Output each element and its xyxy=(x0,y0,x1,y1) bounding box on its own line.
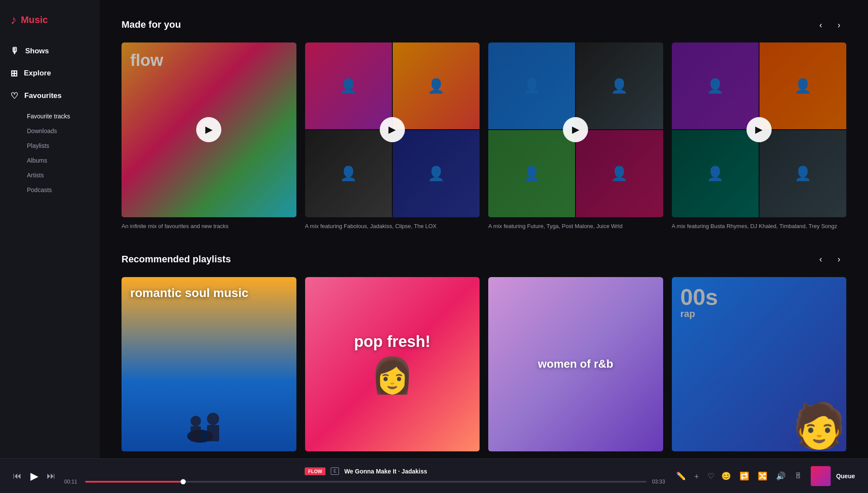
card-flow[interactable]: flow ▶ An infinite mix of favourites and… xyxy=(122,42,296,230)
player-track-info: FLOW E We Gonna Make It · Jadakiss xyxy=(305,467,427,475)
main-content: Made for you ‹ › flow ▶ xyxy=(100,0,868,458)
player-progress-thumb xyxy=(181,479,186,484)
music-logo-icon: ♪ xyxy=(10,13,16,27)
explore-icon: ⊞ xyxy=(10,68,18,78)
card-mix3-image: 👤 👤 👤 👤 ▶ xyxy=(672,42,847,217)
mix1-play-overlay: ▶ xyxy=(305,42,480,217)
made-for-you-next-button[interactable]: › xyxy=(832,17,846,32)
card-rap-00s-image: 00s rap 🧑 ▶ xyxy=(672,277,847,452)
player-time-current: 00:11 xyxy=(64,479,80,485)
sidebar-item-shows-label: Shows xyxy=(25,47,49,56)
player-progress-bar-container: 00:11 03:33 xyxy=(64,479,667,485)
card-women-rnb-image: women of r&b ▶ xyxy=(488,277,663,452)
sidebar-logo-text: Music xyxy=(21,14,48,26)
player-right: 🔁 🔀 🔊 🎚 Queue xyxy=(740,466,855,486)
made-for-you-prev-button[interactable]: ‹ xyxy=(813,17,828,32)
player-bar: ⏮ ▶ ⏭ FLOW E We Gonna Make It · Jadakiss… xyxy=(0,458,868,493)
card-mix2[interactable]: 👤 👤 👤 👤 ▶ A mix featuring Future, Tyga, … xyxy=(488,42,663,230)
card-mix1[interactable]: 👤 👤 👤 👤 ▶ A mix featuring Fabolous, Jada… xyxy=(305,42,480,230)
sidebar-sub-playlists[interactable]: Playlists xyxy=(0,138,100,153)
sidebar-sub-albums[interactable]: Albums xyxy=(0,153,100,168)
player-volume-button[interactable]: 🔊 xyxy=(776,471,786,481)
mix2-play-button[interactable]: ▶ xyxy=(563,117,588,142)
player-prev-button[interactable]: ⏮ xyxy=(13,471,22,481)
section-recommended-title: Recommended playlists xyxy=(122,254,231,265)
section-recommended-header: Recommended playlists ‹ › xyxy=(122,252,846,267)
sidebar-item-explore[interactable]: ⊞ Explore xyxy=(0,62,100,85)
player-controls: ⏮ ▶ ⏭ xyxy=(13,470,56,482)
player-repeat-button[interactable]: 🔁 xyxy=(740,471,749,481)
player-flow-badge: FLOW xyxy=(305,467,326,475)
section-made-for-you: Made for you ‹ › flow ▶ xyxy=(122,17,846,230)
card-mix3[interactable]: 👤 👤 👤 👤 ▶ A mix featuring Busta Rhymes, … xyxy=(672,42,847,230)
pop-fresh-play-button[interactable]: ▶ xyxy=(380,352,405,377)
women-rnb-play-button[interactable]: ▶ xyxy=(563,352,588,377)
card-rap-00s[interactable]: 00s rap 🧑 ▶ xyxy=(672,277,847,457)
player-equalizer-button[interactable]: 🎚 xyxy=(794,471,802,480)
card-mix1-image: 👤 👤 👤 👤 ▶ xyxy=(305,42,480,217)
player-progress-bar[interactable] xyxy=(85,481,647,483)
sidebar: ♪ Music 🎙 Shows ⊞ Explore ♡ Favourites F… xyxy=(0,0,100,458)
favourites-icon: ♡ xyxy=(10,91,18,101)
player-edit-button[interactable]: ✏️ xyxy=(676,471,686,481)
sidebar-sub-favourite-tracks[interactable]: Favourite tracks xyxy=(0,109,100,124)
player-add-button[interactable]: ＋ xyxy=(693,471,700,481)
queue-thumbnail xyxy=(811,466,831,486)
card-women-rnb[interactable]: women of r&b ▶ xyxy=(488,277,663,457)
mix1-play-button[interactable]: ▶ xyxy=(380,117,405,142)
mix3-play-button[interactable]: ▶ xyxy=(746,117,772,142)
card-pop-fresh[interactable]: pop fresh! 👩 ▶ xyxy=(305,277,480,457)
sidebar-item-explore-label: Explore xyxy=(24,69,51,78)
card-pop-fresh-image: pop fresh! 👩 ▶ xyxy=(305,277,480,452)
card-flow-description: An infinite mix of favourites and new tr… xyxy=(122,222,296,230)
player-time-total: 03:33 xyxy=(652,479,667,485)
card-mix2-description: A mix featuring Future, Tyga, Post Malon… xyxy=(488,222,663,230)
player-queue-area: Queue xyxy=(811,466,855,486)
player-track-name: We Gonna Make It · Jadakiss xyxy=(344,468,427,475)
mix3-play-overlay: ▶ xyxy=(672,42,847,217)
player-progress-fill xyxy=(85,481,181,483)
sidebar-item-favourites-label: Favourites xyxy=(24,91,62,100)
recommended-prev-button[interactable]: ‹ xyxy=(813,252,828,267)
sidebar-sub-items: Favourite tracks Downloads Playlists Alb… xyxy=(0,109,100,197)
card-romantic-soul[interactable]: romantic soul music xyxy=(122,277,296,457)
recommended-next-button[interactable]: › xyxy=(832,252,846,267)
sidebar-sub-artists[interactable]: Artists xyxy=(0,168,100,183)
player-progress-area: FLOW E We Gonna Make It · Jadakiss 00:11… xyxy=(64,467,667,485)
player-next-button[interactable]: ⏭ xyxy=(47,471,56,481)
section-made-for-you-nav: ‹ › xyxy=(813,17,846,32)
section-recommended-nav: ‹ › xyxy=(813,252,846,267)
player-shuffle-button[interactable]: 🔀 xyxy=(758,471,767,481)
player-actions: ✏️ ＋ ♡ 😊 xyxy=(676,471,731,481)
flow-play-overlay: ▶ xyxy=(122,42,296,217)
player-like-button[interactable]: ♡ xyxy=(707,471,714,481)
card-flow-image: flow ▶ xyxy=(122,42,296,217)
shows-icon: 🎙 xyxy=(10,46,19,56)
mix2-play-overlay: ▶ xyxy=(488,42,663,217)
rap-play-button[interactable]: ▶ xyxy=(746,352,772,377)
section-made-for-you-header: Made for you ‹ › xyxy=(122,17,846,32)
queue-label: Queue xyxy=(836,473,855,480)
sidebar-sub-podcasts[interactable]: Podcasts xyxy=(0,183,100,197)
card-romantic-soul-image: romantic soul music xyxy=(122,277,296,452)
section-made-for-you-title: Made for you xyxy=(122,19,181,30)
made-for-you-grid: flow ▶ An infinite mix of favourites and… xyxy=(122,42,846,230)
sidebar-item-favourites[interactable]: ♡ Favourites xyxy=(0,85,100,107)
section-recommended-playlists: Recommended playlists ‹ › romantic soul … xyxy=(122,252,846,457)
card-mix1-description: A mix featuring Fabolous, Jadakiss, Clip… xyxy=(305,222,480,230)
sidebar-sub-downloads[interactable]: Downloads xyxy=(0,124,100,138)
card-mix3-description: A mix featuring Busta Rhymes, DJ Khaled,… xyxy=(672,222,847,230)
player-emoji-button[interactable]: 😊 xyxy=(721,471,731,481)
player-play-button[interactable]: ▶ xyxy=(30,470,38,482)
romantic-soul-play-button[interactable]: ▶ xyxy=(196,352,221,377)
sidebar-logo[interactable]: ♪ Music xyxy=(0,9,100,40)
recommended-playlists-grid: romantic soul music xyxy=(122,277,846,457)
player-explicit-badge: E xyxy=(331,467,339,475)
flow-play-button[interactable]: ▶ xyxy=(196,117,221,142)
sidebar-item-shows[interactable]: 🎙 Shows xyxy=(0,40,100,62)
card-mix2-image: 👤 👤 👤 👤 ▶ xyxy=(488,42,663,217)
app-container: ♪ Music 🎙 Shows ⊞ Explore ♡ Favourites F… xyxy=(0,0,868,458)
